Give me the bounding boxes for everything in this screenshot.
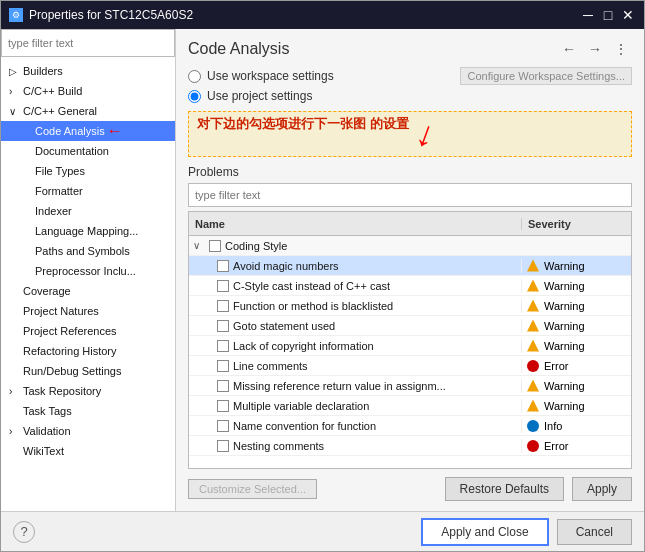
properties-window: ⚙ Properties for STC12C5A60S2 ─ □ ✕ ▷ Bu…	[0, 0, 645, 552]
row-label: Function or method is blacklisted	[233, 300, 393, 312]
close-button[interactable]: ✕	[620, 7, 636, 23]
configure-workspace-link[interactable]: Configure Workspace Settings...	[460, 67, 632, 85]
sidebar-item-label: Task Tags	[23, 405, 72, 417]
table-row[interactable]: Avoid magic numbers Warning	[189, 256, 631, 276]
row-checkbox[interactable]	[209, 240, 221, 252]
annotation-box: 对下边的勾选项进行下一张图 的设置 ↓	[188, 111, 632, 157]
sidebar-item-language-mapping[interactable]: Language Mapping...	[1, 221, 175, 241]
project-radio[interactable]	[188, 90, 201, 103]
sidebar-item-project-natures[interactable]: Project Natures	[1, 301, 175, 321]
row-severity-cell: Warning	[521, 279, 631, 293]
sidebar-item-preprocessor[interactable]: Preprocessor Inclu...	[1, 261, 175, 281]
severity-text: Error	[544, 440, 568, 452]
sidebar-item-run-debug[interactable]: Run/Debug Settings	[1, 361, 175, 381]
row-label: C-Style cast instead of C++ cast	[233, 280, 390, 292]
title-bar: ⚙ Properties for STC12C5A60S2 ─ □ ✕	[1, 1, 644, 29]
row-checkbox[interactable]	[217, 340, 229, 352]
sidebar-item-cpp-build[interactable]: › C/C++ Build	[1, 81, 175, 101]
nav-menu-button[interactable]: ⋮	[610, 39, 632, 59]
table-row[interactable]: Goto statement used Warning	[189, 316, 631, 336]
info-icon	[526, 419, 540, 433]
project-label[interactable]: Use project settings	[207, 89, 312, 103]
sidebar-item-wikitext[interactable]: WikiText	[1, 441, 175, 461]
maximize-button[interactable]: □	[600, 7, 616, 23]
row-severity-cell: Error	[521, 439, 631, 453]
row-checkbox[interactable]	[217, 380, 229, 392]
sidebar-item-task-repository[interactable]: › Task Repository	[1, 381, 175, 401]
sidebar-item-validation[interactable]: › Validation	[1, 421, 175, 441]
sidebar-item-label: File Types	[35, 165, 85, 177]
row-name-cell: Function or method is blacklisted	[189, 300, 521, 312]
restore-defaults-button[interactable]: Restore Defaults	[445, 477, 564, 501]
workspace-label[interactable]: Use workspace settings	[207, 69, 334, 83]
row-checkbox[interactable]	[217, 300, 229, 312]
table-row[interactable]: Function or method is blacklisted Warnin…	[189, 296, 631, 316]
sidebar-item-documentation[interactable]: Documentation	[1, 141, 175, 161]
sidebar-item-label: Formatter	[35, 185, 83, 197]
right-panel: Code Analysis ← → ⋮ Use workspace settin…	[176, 29, 644, 511]
help-button[interactable]: ?	[13, 521, 35, 543]
sidebar-filter-input[interactable]	[1, 29, 175, 57]
minimize-button[interactable]: ─	[580, 7, 596, 23]
row-name-cell: Line comments	[189, 360, 521, 372]
sidebar-item-paths-symbols[interactable]: Paths and Symbols	[1, 241, 175, 261]
problems-filter-input[interactable]	[188, 183, 632, 207]
sidebar-item-coverage[interactable]: Coverage	[1, 281, 175, 301]
table-row[interactable]: Name convention for function Info	[189, 416, 631, 436]
warning-icon	[526, 399, 540, 413]
row-severity-cell: Warning	[521, 299, 631, 313]
table-row[interactable]: ∨ Coding Style	[189, 236, 631, 256]
row-label: Nesting comments	[233, 440, 324, 452]
tree-items: ▷ Builders › C/C++ Build ∨ C/C++ General…	[1, 57, 175, 465]
severity-text: Error	[544, 360, 568, 372]
sidebar-item-label: Validation	[23, 425, 71, 437]
table-row[interactable]: Missing reference return value in assign…	[189, 376, 631, 396]
table-row[interactable]: Multiple variable declaration Warning	[189, 396, 631, 416]
sidebar-item-label: Task Repository	[23, 385, 101, 397]
apply-close-button[interactable]: Apply and Close	[421, 518, 548, 546]
nav-forward-button[interactable]: →	[584, 39, 606, 59]
red-arrow-icon: ←	[107, 122, 123, 140]
sidebar-item-cpp-general[interactable]: ∨ C/C++ General	[1, 101, 175, 121]
sidebar-item-code-analysis[interactable]: Code Analysis ←	[1, 121, 175, 141]
table-row[interactable]: C-Style cast instead of C++ cast Warning	[189, 276, 631, 296]
sidebar-item-indexer[interactable]: Indexer	[1, 201, 175, 221]
row-name-cell: C-Style cast instead of C++ cast	[189, 280, 521, 292]
customize-button[interactable]: Customize Selected...	[188, 479, 317, 499]
sidebar-item-project-references[interactable]: Project References	[1, 321, 175, 341]
sidebar: ▷ Builders › C/C++ Build ∨ C/C++ General…	[1, 29, 176, 511]
sidebar-item-label: Project References	[23, 325, 117, 337]
sidebar-item-file-types[interactable]: File Types	[1, 161, 175, 181]
row-severity-cell: Error	[521, 359, 631, 373]
row-checkbox[interactable]	[217, 420, 229, 432]
row-checkbox[interactable]	[217, 260, 229, 272]
sidebar-item-label: Documentation	[35, 145, 109, 157]
apply-button[interactable]: Apply	[572, 477, 632, 501]
radio-workspace-row: Use workspace settings Configure Workspa…	[188, 67, 632, 85]
row-checkbox[interactable]	[217, 400, 229, 412]
row-severity-cell: Warning	[521, 339, 631, 353]
expand-icon: ∨	[9, 106, 21, 117]
bottom-bar: Customize Selected... Restore Defaults A…	[188, 477, 632, 501]
cancel-button[interactable]: Cancel	[557, 519, 632, 545]
workspace-radio[interactable]	[188, 70, 201, 83]
row-checkbox[interactable]	[217, 440, 229, 452]
row-checkbox[interactable]	[217, 360, 229, 372]
table-row[interactable]: Lack of copyright information Warning	[189, 336, 631, 356]
sidebar-item-builders[interactable]: ▷ Builders	[1, 61, 175, 81]
warning-icon	[526, 279, 540, 293]
nav-back-button[interactable]: ←	[558, 39, 580, 59]
sidebar-item-formatter[interactable]: Formatter	[1, 181, 175, 201]
row-checkbox[interactable]	[217, 280, 229, 292]
error-icon	[526, 359, 540, 373]
main-content: ▷ Builders › C/C++ Build ∨ C/C++ General…	[1, 29, 644, 511]
warning-icon	[526, 379, 540, 393]
sidebar-item-label: WikiText	[23, 445, 64, 457]
sidebar-item-task-tags[interactable]: Task Tags	[1, 401, 175, 421]
row-checkbox[interactable]	[217, 320, 229, 332]
sidebar-item-refactoring-history[interactable]: Refactoring History	[1, 341, 175, 361]
panel-header: Code Analysis ← → ⋮	[188, 39, 632, 59]
table-row[interactable]: Nesting comments Error	[189, 436, 631, 456]
problems-section-label: Problems	[188, 165, 632, 179]
table-row[interactable]: Line comments Error	[189, 356, 631, 376]
